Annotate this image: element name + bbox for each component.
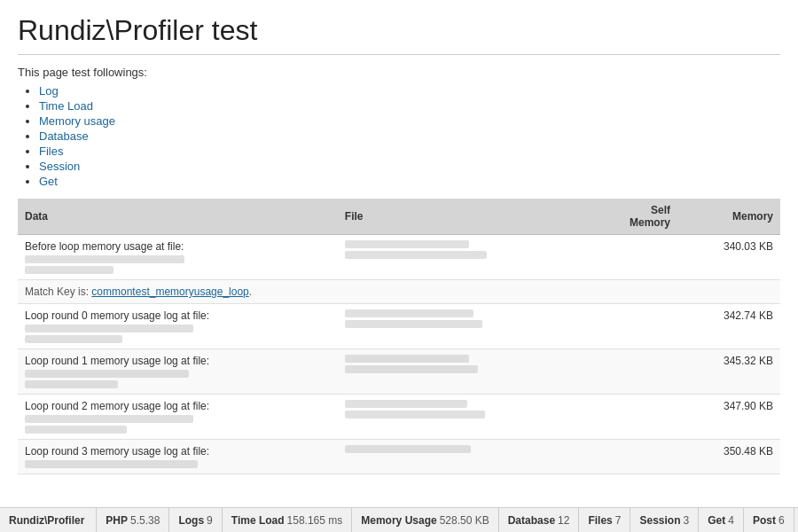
col-header-data: Data (18, 199, 338, 235)
match-key-cell: Match Key is: commontest_memoryusage_loo… (18, 280, 780, 304)
nav-item-timeload[interactable]: Time Load (39, 99, 780, 113)
table-header-row: Data File SelfMemory Memory (18, 199, 780, 235)
cell-self-memory (589, 304, 677, 349)
nav-item-session[interactable]: Session (39, 160, 780, 173)
status-logs-value: 9 (207, 514, 213, 527)
match-key-link[interactable]: commontest_memoryusage_loop (91, 286, 248, 298)
status-database-label: Database (508, 514, 555, 527)
nav-item-database[interactable]: Database (39, 129, 780, 143)
nav-item-get[interactable]: Get (39, 175, 780, 188)
cell-data: Loop round 2 memory usage log at file: (18, 395, 338, 440)
status-php-label: PHP (106, 514, 128, 527)
status-get[interactable]: Get 4 (699, 508, 744, 532)
status-post[interactable]: Post 6 (744, 508, 794, 532)
status-php-value: 5.5.38 (130, 514, 160, 527)
cell-self-memory (589, 349, 677, 395)
nav-item-files[interactable]: Files (39, 145, 780, 158)
table-row: Loop round 1 memory usage log at file: 3… (18, 349, 780, 395)
status-logs[interactable]: Logs 9 (169, 508, 222, 532)
status-database-value: 12 (558, 514, 569, 527)
cell-data: Before loop memory usage at file: (18, 235, 338, 280)
cell-file (338, 349, 589, 395)
cell-memory: 345.32 KB (677, 349, 780, 395)
nav-link-log[interactable]: Log (39, 84, 59, 98)
cell-self-memory (589, 440, 677, 474)
status-profiler-label: Rundiz\Profiler (9, 514, 84, 527)
cell-file (338, 440, 589, 474)
status-files-label: Files (588, 514, 612, 527)
nav-item-log[interactable]: Log (39, 84, 780, 98)
nav-link-session[interactable]: Session (39, 160, 80, 173)
nav-link-files[interactable]: Files (39, 145, 63, 158)
cell-file (338, 304, 589, 349)
nav-link-database[interactable]: Database (39, 129, 89, 143)
cell-data: Loop round 3 memory usage log at file: (18, 440, 338, 474)
nav-link-memory[interactable]: Memory usage (39, 114, 115, 128)
status-memory-usage[interactable]: Memory Usage 528.50 KB (352, 508, 498, 532)
cell-data: Loop round 0 memory usage log at file: (18, 304, 338, 349)
status-post-label: Post (753, 514, 776, 527)
cell-memory: 350.48 KB (677, 440, 780, 474)
data-table: Data File SelfMemory Memory Before loop … (18, 199, 780, 474)
nav-list: Log Time Load Memory usage Database File… (39, 84, 780, 188)
status-bar: Rundiz\Profiler PHP 5.5.38 Logs 9 Time L… (0, 507, 798, 532)
status-session-label: Session (639, 514, 680, 527)
status-timeload[interactable]: Time Load 158.165 ms (223, 508, 353, 532)
col-header-file: File (338, 199, 589, 235)
status-memory-label: Memory Usage (361, 514, 436, 527)
col-header-self-memory: SelfMemory (589, 199, 677, 235)
status-session-value: 3 (684, 514, 690, 527)
nav-link-timeload[interactable]: Time Load (39, 99, 93, 113)
status-post-value: 6 (778, 514, 785, 527)
table-row: Loop round 0 memory usage log at file: 3… (18, 304, 780, 349)
cell-memory: 342.74 KB (677, 304, 780, 349)
cell-memory: 347.90 KB (677, 395, 780, 440)
status-get-label: Get (708, 514, 725, 527)
cell-data: Loop round 1 memory usage log at file: (18, 349, 338, 395)
cell-file (338, 395, 589, 440)
col-header-memory: Memory (677, 199, 780, 235)
nav-link-get[interactable]: Get (39, 175, 58, 188)
status-timeload-value: 158.165 ms (287, 514, 343, 527)
main-content: Rundiz\Profiler test This page test foll… (0, 0, 798, 507)
status-logs-label: Logs (178, 514, 204, 527)
table-row: Before loop memory usage at file: 340.03… (18, 235, 780, 280)
status-session[interactable]: Session 3 (630, 508, 699, 532)
status-php[interactable]: PHP 5.5.38 (97, 508, 169, 532)
intro-text: This page test followings: (18, 66, 780, 79)
match-key-row: Match Key is: commontest_memoryusage_loo… (18, 280, 780, 304)
status-profiler[interactable]: Rundiz\Profiler (0, 508, 97, 532)
cell-memory: 340.03 KB (677, 235, 780, 280)
page-title: Rundiz\Profiler test (18, 14, 780, 55)
status-files-value: 7 (615, 514, 622, 527)
table-row: Loop round 2 memory usage log at file: 3… (18, 395, 780, 440)
table-row: Loop round 3 memory usage log at file: 3… (18, 440, 780, 474)
status-database[interactable]: Database 12 (499, 508, 580, 532)
status-memory-value: 528.50 KB (440, 514, 489, 527)
status-files[interactable]: Files 7 (579, 508, 630, 532)
cell-self-memory (589, 235, 677, 280)
cell-file (338, 235, 589, 280)
status-get-value: 4 (728, 514, 734, 527)
status-timeload-label: Time Load (231, 514, 285, 527)
cell-self-memory (589, 395, 677, 440)
nav-item-memory[interactable]: Memory usage (39, 114, 780, 128)
